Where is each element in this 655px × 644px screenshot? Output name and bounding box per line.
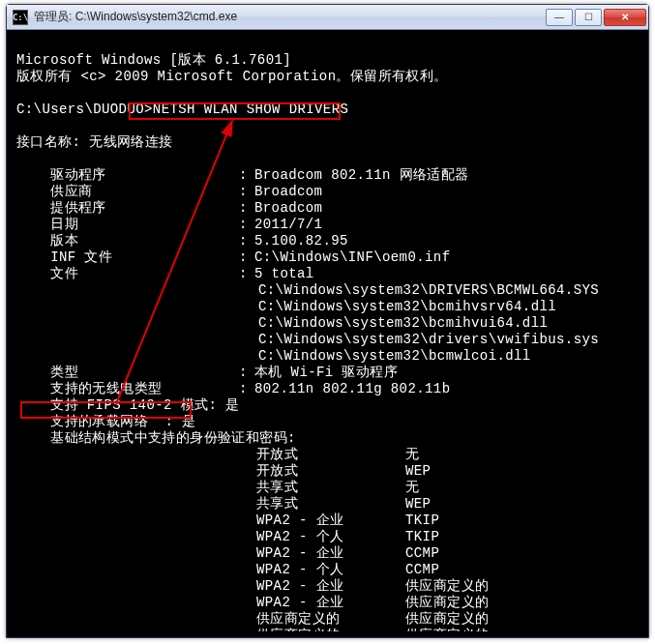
field-label: 支持的无线电类型 [50, 381, 162, 396]
auth-row: WPA2 - 个人TKIP [16, 529, 639, 545]
auth-row: WPA2 - 企业TKIP [16, 512, 639, 529]
cmd-window: C:\ 管理员: C:\Windows\system32\cmd.exe — ☐… [6, 4, 649, 638]
fips-line: 支持 FIPS 140-2 模式: 是 [16, 397, 239, 413]
file-extra: C:\Windows\system32\DRIVERS\BCMWL664.SYS [16, 282, 639, 299]
header-line1: Microsoft Windows [版本 6.1.7601] [16, 52, 291, 68]
field-row: 提供程序: Broadcom [16, 200, 639, 217]
file-extra: C:\Windows\system32\bcmihvsrv64.dll [16, 299, 639, 315]
close-button[interactable]: ✕ [604, 9, 646, 26]
typed-command: NETSH WLAN SHOW DRIVERS [153, 102, 348, 117]
field-row: INF 文件: C:\Windows\INF\oem0.inf [16, 249, 639, 266]
field-value: Broadcom [254, 200, 639, 217]
field-value: 5 total [254, 266, 639, 282]
field-value: Broadcom [254, 184, 639, 200]
field-value: C:\Windows\INF\oem0.inf [254, 249, 639, 266]
field-row: 日期: 2011/7/1 [16, 217, 639, 233]
auth-row: WPA2 - 企业CCMP [16, 545, 639, 562]
auth-row: WPA2 - 个人CCMP [16, 562, 639, 578]
field-label: 提供程序 [50, 200, 106, 216]
auth-row: 供应商定义的供应商定义的 [16, 628, 639, 631]
field-label: 供应商 [50, 184, 92, 199]
auth-row: 供应商定义的供应商定义的 [16, 611, 639, 628]
field-value: 5.100.82.95 [254, 233, 639, 249]
prompt-path: C:\Users\DUODUO> [16, 102, 153, 117]
auth-row: WPA2 - 企业供应商定义的 [16, 578, 639, 595]
window-buttons: — ☐ ✕ [546, 9, 646, 26]
field-row: 驱动程序: Broadcom 802.11n 网络适配器 [16, 167, 639, 184]
interface-line: 接口名称: 无线网络连接 [16, 134, 173, 150]
field-value: Broadcom 802.11n 网络适配器 [254, 167, 639, 184]
field-row: 供应商: Broadcom [16, 184, 639, 200]
auth-row: 开放式WEP [16, 463, 639, 480]
minimize-button[interactable]: — [546, 9, 573, 26]
field-value: 2011/7/1 [254, 217, 639, 233]
field-row: 文件: 5 total [16, 266, 639, 282]
cmd-icon: C:\ [13, 10, 28, 25]
hosted-network-line: 支持的承载网络 : 是 [16, 414, 196, 429]
auth-row: 开放式无 [16, 447, 639, 463]
field-value: 本机 Wi-Fi 驱动程序 [254, 365, 639, 381]
auth-row: 共享式WEP [16, 496, 639, 512]
auth-row: 共享式无 [16, 480, 639, 496]
file-extra: C:\Windows\system32\bcmihvui64.dll [16, 315, 639, 332]
auth-row: WPA2 - 企业供应商定义的 [16, 595, 639, 611]
field-row: 版本: 5.100.82.95 [16, 233, 639, 249]
field-label: 类型 [50, 365, 78, 380]
field-label: 版本 [50, 233, 78, 249]
field-row: 支持的无线电类型: 802.11n 802.11g 802.11b [16, 381, 639, 397]
file-extra: C:\Windows\system32\bcmwlcoi.dll [16, 348, 639, 365]
console-area[interactable]: Microsoft Windows [版本 6.1.7601] 版权所有 <c>… [13, 34, 642, 631]
auth-header: 基础结构模式中支持的身份验证和密码: [16, 430, 296, 446]
field-row: 类型: 本机 Wi-Fi 驱动程序 [16, 365, 639, 381]
maximize-button[interactable]: ☐ [575, 9, 602, 26]
field-value: 802.11n 802.11g 802.11b [254, 381, 639, 397]
field-label: 驱动程序 [50, 167, 106, 183]
file-extra: C:\Windows\system32\drivers\vwifibus.sys [16, 332, 639, 348]
field-label: INF 文件 [50, 249, 112, 265]
field-label: 文件 [50, 266, 78, 281]
window-title: 管理员: C:\Windows\system32\cmd.exe [34, 9, 546, 25]
header-line2: 版权所有 <c> 2009 Microsoft Corporation。保留所有… [16, 69, 448, 84]
titlebar[interactable]: C:\ 管理员: C:\Windows\system32\cmd.exe — ☐… [7, 5, 648, 30]
field-label: 日期 [50, 217, 78, 232]
